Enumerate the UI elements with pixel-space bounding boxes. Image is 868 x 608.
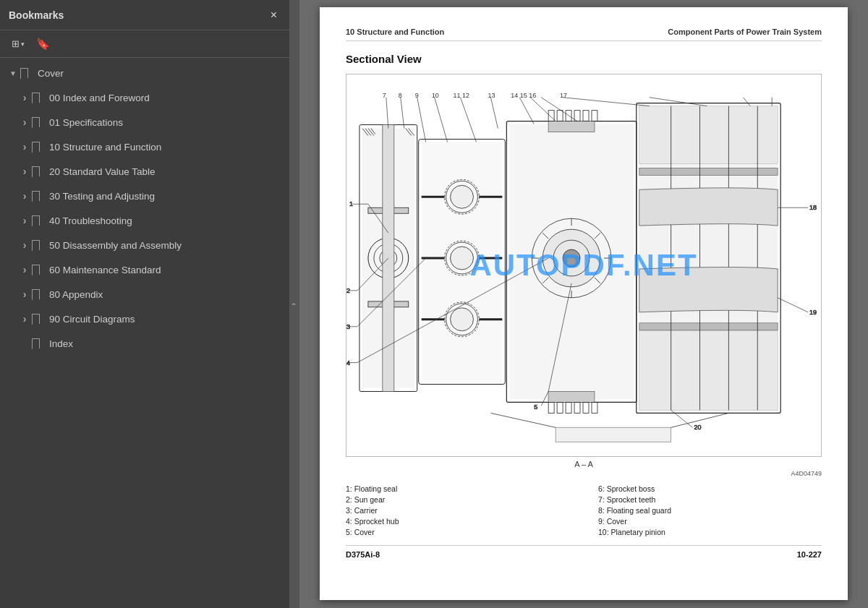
page: 10 Structure and Function Component Part… [320,7,848,600]
sidebar-item-00[interactable]: 00 Index and Foreword [0,85,289,110]
svg-text:9: 9 [415,92,419,99]
bookmark-icon-80 [32,289,43,299]
sidebar-item-label-90: 90 Circuit Diagrams [49,314,284,325]
view-icon: ⊞ [12,38,20,49]
section-title: Sectional View [346,53,822,65]
sidebar-item-label-index: Index [49,338,284,349]
svg-rect-113 [556,427,671,442]
sidebar-item-01[interactable]: 01 Specifications [0,110,289,134]
svg-text:13: 13 [488,92,495,99]
expand-arrow-80 [19,288,30,300]
bookmark-icon-20 [32,166,43,176]
bookmark-icon-30 [32,191,43,201]
sidebar-item-label-10: 10 Structure and Function [49,142,284,153]
page-footer: D375Ai-8 10-227 [346,545,822,559]
bookmark-icon-00 [32,93,43,103]
svg-text:20: 20 [694,424,702,431]
svg-rect-44 [548,391,595,402]
expand-arrow-10 [19,141,30,153]
close-button[interactable]: × [267,8,281,22]
svg-rect-73 [639,168,778,175]
svg-text:7: 7 [383,92,386,99]
expand-arrow-00 [19,92,30,103]
svg-text:8: 8 [399,92,402,99]
bookmark-add-icon: 🔖 [36,38,50,51]
sidebar-item-30[interactable]: 30 Testing and Adjusting [0,184,289,208]
svg-text:19: 19 [809,309,817,316]
main-content: 10 Structure and Function Component Part… [299,0,868,608]
svg-point-31 [451,308,474,331]
bookmark-icon-60 [32,265,43,275]
expand-arrow-60 [19,264,30,275]
bookmark-icon-50 [32,240,43,250]
caption-5-right: 10: Planetary pinion [598,528,822,536]
expand-arrow-30 [19,190,30,202]
caption-row-3: 3: Carrier 8: Floating seal guard [346,506,822,515]
bookmark-icon-cover [20,68,32,78]
sidebar-item-label-60: 60 Maintenance Standard [49,265,284,275]
page-header: 10 Structure and Function Component Part… [346,27,822,41]
sidebar-item-label-80: 80 Appendix [49,289,284,300]
expand-arrow-50 [19,239,30,251]
caption-row-1: 1: Floating seal 6: Sprocket boss [346,484,822,493]
view-options-button[interactable]: ⊞ ▾ [7,35,29,52]
bookmark-icon-index [32,338,43,348]
sidebar-item-60[interactable]: 60 Maintenance Standard [0,257,289,282]
expand-arrow-cover [7,69,19,77]
svg-text:11 12: 11 12 [454,92,469,99]
sidebar-header: Bookmarks × [0,0,289,30]
sidebar-item-90[interactable]: 90 Circuit Diagrams [0,307,289,331]
svg-text:2: 2 [346,287,350,294]
svg-text:4: 4 [346,359,350,367]
expand-arrow-40 [19,215,30,226]
caption-2-left: 2: Sun gear [346,495,569,504]
bookmark-tree: Cover 00 Index and Foreword 01 Specifica… [0,58,289,608]
caption-area: 1: Floating seal 6: Sprocket boss 2: Sun… [346,484,822,536]
svg-point-27 [451,185,474,208]
caption-3-left: 3: Carrier [346,506,569,515]
caption-2-right: 7: Sprocket teeth [598,495,822,504]
sidebar-item-index[interactable]: Index [0,331,289,356]
sidebar-item-label-20: 20 Standard Value Table [49,166,284,177]
expand-arrow-01 [19,116,30,128]
sidebar-item-label-40: 40 Troubleshooting [49,215,284,226]
collapse-icon: ‹ [290,303,299,306]
new-bookmark-button[interactable]: 🔖 [32,35,54,53]
sidebar-item-40[interactable]: 40 Troubleshooting [0,208,289,233]
bookmark-icon-10 [32,142,43,152]
sidebar: Bookmarks × ⊞ ▾ 🔖 Cover 00 Index and For… [0,0,289,608]
svg-rect-17 [383,125,394,392]
sidebar-item-20[interactable]: 20 Standard Value Table [0,159,289,184]
svg-text:5: 5 [534,403,537,411]
caption-row-2: 2: Sun gear 7: Sprocket teeth [346,495,822,504]
svg-rect-74 [639,323,778,330]
caption-3-right: 8: Floating seal guard [598,506,822,515]
sidebar-item-label-30: 30 Testing and Adjusting [49,191,284,202]
sidebar-toolbar: ⊞ ▾ 🔖 [0,30,289,58]
diagram-svg: 7 8 9 10 11 12 13 14 15 16 17 [346,74,821,456]
diagram-container: 7 8 9 10 11 12 13 14 15 16 17 [346,74,822,457]
sidebar-item-label-00: 00 Index and Foreword [49,93,284,103]
sidebar-collapse-tab[interactable]: ‹ [289,0,299,608]
sidebar-item-50[interactable]: 50 Disassembly and Assembly [0,233,289,257]
svg-rect-71 [639,106,778,164]
caption-5-left: 5: Cover [346,528,569,536]
caption-row-4: 4: Sprocket hub 9: Cover [346,517,822,526]
sidebar-item-80[interactable]: 80 Appendix [0,282,289,307]
sidebar-title: Bookmarks [9,9,64,21]
svg-point-60 [563,249,580,267]
sidebar-item-cover[interactable]: Cover [0,61,289,85]
sidebar-item-label-50: 50 Disassembly and Assembly [49,240,284,251]
a-a-label: A – A [346,460,822,468]
svg-text:14 15 16: 14 15 16 [511,92,536,99]
caption-4-left: 4: Sprocket hub [346,517,569,526]
svg-point-29 [451,247,474,270]
page-footer-model: D375Ai-8 [346,550,380,559]
caption-row-5: 5: Cover 10: Planetary pinion [346,528,822,536]
bookmark-icon-40 [32,215,43,226]
sidebar-item-10[interactable]: 10 Structure and Function [0,134,289,159]
expand-arrow-20 [19,166,30,177]
svg-text:1: 1 [349,200,353,207]
svg-rect-72 [639,331,778,411]
sidebar-item-label-cover: Cover [38,68,284,79]
